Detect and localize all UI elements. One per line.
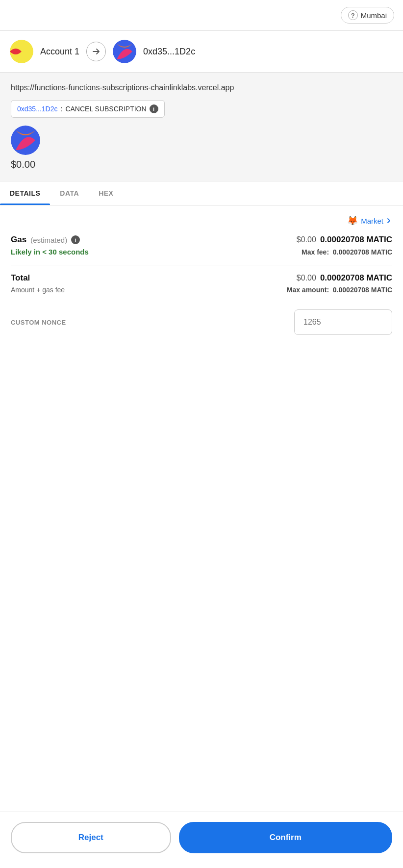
max-fee-value: 0.00020708 MATIC — [333, 248, 392, 256]
likely-row: Likely in < 30 seconds Max fee: 0.000207… — [11, 248, 392, 256]
total-usd: $0.00 — [297, 274, 316, 282]
amount-display: $0.00 — [11, 159, 392, 170]
bottom-bar: Reject Confirm — [0, 812, 403, 868]
gas-text: Gas — [11, 235, 26, 245]
total-row: Total $0.00 0.00020708 MATIC — [11, 273, 392, 283]
action-badge: 0xd35...1D2c : CANCEL SUBSCRIPTION i — [11, 100, 165, 118]
likely-text: Likely in < 30 seconds — [11, 248, 89, 256]
max-amount-label: Max amount: — [287, 286, 329, 294]
gas-row: Gas (estimated) i $0.00 0.00020708 MATIC — [11, 235, 392, 245]
gas-estimated: (estimated) — [30, 236, 67, 244]
market-label: Market — [361, 217, 383, 225]
nonce-section: CUSTOM NONCE — [11, 309, 392, 335]
account-name: Account 1 — [40, 47, 79, 57]
gas-info-icon: i — [71, 235, 80, 244]
nonce-input[interactable] — [294, 309, 392, 335]
action-address: 0xd35...1D2c — [17, 105, 58, 113]
gas-label: Gas (estimated) i — [11, 235, 80, 245]
details-section: 🦊 Market Gas (estimated) i $0.00 0.00020… — [0, 205, 403, 345]
arrow-icon — [86, 42, 106, 61]
dest-avatar — [113, 40, 136, 63]
info-section: https://functions-functions-subscription… — [0, 73, 403, 181]
reject-button[interactable]: Reject — [11, 822, 171, 853]
network-name: Mumbai — [361, 11, 387, 20]
info-icon: i — [150, 104, 158, 113]
market-link[interactable]: Market — [361, 217, 392, 225]
account-header: Account 1 0xd35...1D2c — [0, 31, 403, 73]
max-fee: Max fee: 0.00020708 MATIC — [302, 248, 392, 256]
amount-gas-label: Amount + gas fee — [11, 286, 65, 294]
tab-data[interactable]: DATA — [50, 181, 89, 205]
action-name: CANCEL SUBSCRIPTION — [65, 105, 146, 113]
gas-matic: 0.00020708 MATIC — [320, 235, 392, 245]
action-separator: : — [61, 105, 63, 113]
fox-emoji: 🦊 — [347, 215, 358, 226]
network-badge[interactable]: ? Mumbai — [341, 7, 394, 24]
nonce-label: CUSTOM NONCE — [11, 319, 66, 326]
total-matic: 0.00020708 MATIC — [320, 273, 392, 283]
gas-value: $0.00 0.00020708 MATIC — [297, 235, 392, 245]
dest-address: 0xd35...1D2c — [143, 47, 195, 57]
max-amount: Max amount: 0.00020708 MATIC — [287, 286, 392, 294]
max-amount-value: 0.00020708 MATIC — [333, 286, 392, 294]
divider — [11, 265, 392, 265]
site-url: https://functions-functions-subscription… — [11, 82, 392, 93]
confirm-button[interactable]: Confirm — [179, 822, 393, 853]
tab-hex[interactable]: HEX — [89, 181, 123, 205]
total-value: $0.00 0.00020708 MATIC — [297, 273, 392, 283]
tab-details[interactable]: DETAILS — [0, 181, 50, 205]
max-fee-label: Max fee: — [302, 248, 329, 256]
question-icon: ? — [348, 10, 358, 20]
amount-gas-row: Amount + gas fee Max amount: 0.00020708 … — [11, 286, 392, 294]
tabs: DETAILS DATA HEX — [0, 181, 403, 205]
account1-avatar — [10, 40, 33, 63]
top-bar: ? Mumbai — [0, 0, 403, 31]
token-avatar — [11, 126, 40, 155]
gas-usd: $0.00 — [297, 235, 316, 244]
total-label: Total — [11, 273, 30, 283]
market-row: 🦊 Market — [11, 215, 392, 226]
